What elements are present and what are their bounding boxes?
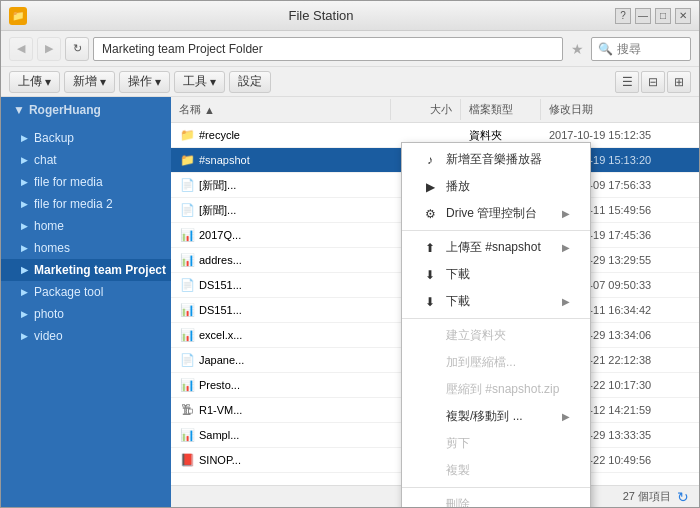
sidebar-item-file-for-media-2[interactable]: ▶ file for media 2 bbox=[1, 193, 171, 215]
bookmark-button[interactable]: ★ bbox=[567, 37, 587, 61]
sidebar-label: home bbox=[34, 219, 64, 233]
sidebar-user: ▼ RogerHuang bbox=[1, 97, 171, 123]
search-input[interactable] bbox=[617, 42, 677, 56]
upload-icon: ⬆ bbox=[422, 241, 438, 255]
menu-item-play[interactable]: ▶ 播放 bbox=[402, 173, 590, 200]
submenu-arrow-icon: ▶ bbox=[562, 296, 570, 307]
play-icon: ▶ bbox=[422, 180, 438, 194]
menu-label: 播放 bbox=[446, 178, 470, 195]
menu-item-upload-to[interactable]: ⬆ 上傳至 #snapshot ▶ bbox=[402, 234, 590, 261]
back-button[interactable]: ◀ bbox=[9, 37, 33, 61]
menu-label: 下載 bbox=[446, 266, 470, 283]
detail-view-button[interactable]: ⊟ bbox=[641, 71, 665, 93]
sidebar-item-chat[interactable]: ▶ chat bbox=[1, 149, 171, 171]
sidebar-label: file for media bbox=[34, 175, 103, 189]
window-controls: ? — □ ✕ bbox=[615, 8, 691, 24]
sidebar-item-marketing[interactable]: ▶ Marketing team Project bbox=[1, 259, 171, 281]
chevron-right-icon: ▶ bbox=[21, 331, 28, 341]
xls-icon: 📊 bbox=[179, 427, 195, 443]
help-button[interactable]: ? bbox=[615, 8, 631, 24]
menu-item-copy[interactable]: 複製 bbox=[402, 457, 590, 484]
forward-button[interactable]: ▶ bbox=[37, 37, 61, 61]
action-arrow-icon: ▾ bbox=[155, 75, 161, 89]
sidebar-item-photo[interactable]: ▶ photo bbox=[1, 303, 171, 325]
maximize-button[interactable]: □ bbox=[655, 8, 671, 24]
menu-separator bbox=[402, 318, 590, 319]
file-station-window: 📁 File Station ? — □ ✕ ◀ ▶ ↻ Marketing t… bbox=[0, 0, 700, 508]
menu-item-drive-control[interactable]: ⚙ Drive 管理控制台 ▶ bbox=[402, 200, 590, 227]
settings-button[interactable]: 設定 bbox=[229, 71, 271, 93]
menu-item-copy-move[interactable]: 複製/移動到 ... ▶ bbox=[402, 403, 590, 430]
submenu-arrow-icon: ▶ bbox=[562, 411, 570, 422]
menu-label: 壓縮到 #snapshot.zip bbox=[446, 381, 559, 398]
file-name-cell: 📄 Japane... bbox=[171, 350, 391, 370]
context-menu: ♪ 新增至音樂播放器 ▶ 播放 ⚙ Drive 管理控制台 ▶ ⬆ 上傳至 #s… bbox=[401, 142, 591, 507]
sidebar-item-home[interactable]: ▶ home bbox=[1, 215, 171, 237]
file-name-cell: 📊 addres... bbox=[171, 250, 391, 270]
upload-arrow-icon: ▾ bbox=[45, 75, 51, 89]
file-name-cell: 📄 [新聞]... bbox=[171, 175, 391, 195]
sort-icon: ▲ bbox=[204, 104, 215, 116]
sidebar-item-package-tool[interactable]: ▶ Package tool bbox=[1, 281, 171, 303]
docx-icon: 📄 bbox=[179, 277, 195, 293]
settings-label: 設定 bbox=[238, 73, 262, 90]
new-label: 新增 bbox=[73, 73, 97, 90]
list-view-button[interactable]: ☰ bbox=[615, 71, 639, 93]
menu-item-create-folder[interactable]: 建立資料夾 bbox=[402, 322, 590, 349]
submenu-arrow-icon: ▶ bbox=[562, 242, 570, 253]
header-size[interactable]: 大小 bbox=[391, 99, 461, 120]
refresh-icon[interactable]: ↻ bbox=[677, 489, 689, 505]
menu-item-download[interactable]: ⬇ 下載 bbox=[402, 261, 590, 288]
sidebar-item-video[interactable]: ▶ video bbox=[1, 325, 171, 347]
menu-label: 下載 bbox=[446, 293, 470, 310]
chevron-right-icon: ▶ bbox=[21, 243, 28, 253]
docx-icon: 📄 bbox=[179, 177, 195, 193]
sidebar-label: chat bbox=[34, 153, 57, 167]
chevron-right-icon: ▶ bbox=[21, 309, 28, 319]
chevron-right-icon: ▶ bbox=[21, 177, 28, 187]
menu-label: 加到壓縮檔... bbox=[446, 354, 516, 371]
file-name-cell: 📊 DS151... bbox=[171, 300, 391, 320]
address-bar[interactable]: Marketing team Project Folder bbox=[93, 37, 563, 61]
tools-label: 工具 bbox=[183, 73, 207, 90]
sidebar-label: Backup bbox=[34, 131, 74, 145]
menu-item-cut[interactable]: 剪下 bbox=[402, 430, 590, 457]
header-name[interactable]: 名稱 ▲ bbox=[171, 99, 391, 120]
music-icon: ♪ bbox=[422, 153, 438, 167]
download-icon: ⬇ bbox=[422, 268, 438, 282]
file-size-cell bbox=[391, 133, 461, 137]
menu-item-download-sub[interactable]: ⬇ 下載 ▶ bbox=[402, 288, 590, 315]
minimize-button[interactable]: — bbox=[635, 8, 651, 24]
docx-icon: 📄 bbox=[179, 202, 195, 218]
titlebar-left: 📁 bbox=[9, 7, 27, 25]
status-count: 27 個項目 ↻ bbox=[623, 489, 689, 505]
refresh-button[interactable]: ↻ bbox=[65, 37, 89, 61]
grid-view-button[interactable]: ⊞ bbox=[667, 71, 691, 93]
sidebar-label: Marketing team Project bbox=[34, 263, 166, 277]
menu-item-delete[interactable]: 刪除 bbox=[402, 491, 590, 507]
file-name-cell: 📊 Sampl... bbox=[171, 425, 391, 445]
sidebar-item-homes[interactable]: ▶ homes bbox=[1, 237, 171, 259]
header-date[interactable]: 修改日期 bbox=[541, 99, 699, 120]
menu-label: 上傳至 #snapshot bbox=[446, 239, 541, 256]
action-button[interactable]: 操作 ▾ bbox=[119, 71, 170, 93]
file-name-cell: 📄 DS151... bbox=[171, 275, 391, 295]
upload-button[interactable]: 上傳 ▾ bbox=[9, 71, 60, 93]
drive-icon: ⚙ bbox=[422, 207, 438, 221]
close-button[interactable]: ✕ bbox=[675, 8, 691, 24]
menu-item-add-to-player[interactable]: ♪ 新增至音樂播放器 bbox=[402, 146, 590, 173]
chevron-right-icon: ▶ bbox=[21, 155, 28, 165]
file-name-cell: 📊 excel.x... bbox=[171, 325, 391, 345]
header-type[interactable]: 檔案類型 bbox=[461, 99, 541, 120]
menu-label: 建立資料夾 bbox=[446, 327, 506, 344]
chevron-right-icon: ▶ bbox=[21, 133, 28, 143]
tools-button[interactable]: 工具 ▾ bbox=[174, 71, 225, 93]
menu-item-compress-to-zip[interactable]: 壓縮到 #snapshot.zip bbox=[402, 376, 590, 403]
sidebar-item-file-for-media[interactable]: ▶ file for media bbox=[1, 171, 171, 193]
sidebar: ▼ RogerHuang ▶ Backup ▶ chat ▶ file for … bbox=[1, 97, 171, 507]
file-list: 名稱 ▲ 大小 檔案類型 修改日期 📁 #recycle bbox=[171, 97, 699, 507]
new-button[interactable]: 新增 ▾ bbox=[64, 71, 115, 93]
sidebar-label: Package tool bbox=[34, 285, 103, 299]
menu-item-compress[interactable]: 加到壓縮檔... bbox=[402, 349, 590, 376]
sidebar-item-backup[interactable]: ▶ Backup bbox=[1, 127, 171, 149]
